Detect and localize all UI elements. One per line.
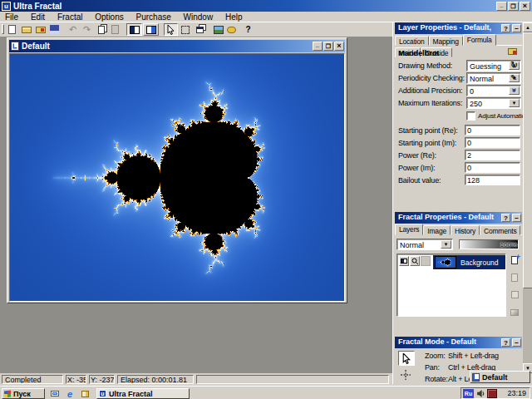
- task-icon: u: [99, 390, 106, 397]
- doc-minimize-button[interactable]: _: [313, 42, 323, 51]
- pan-icon: [400, 369, 411, 381]
- dock-scrollbar[interactable]: ▲ ▼: [523, 22, 532, 373]
- menu-help[interactable]: Help: [220, 12, 248, 22]
- app-icon: u: [2, 2, 11, 11]
- undo-button[interactable]: ↶: [66, 23, 80, 36]
- layer-preview-toggle[interactable]: [410, 256, 420, 266]
- toggle-fractal-windows-button[interactable]: [143, 23, 159, 36]
- quicklaunch-ie-button[interactable]: e: [63, 388, 76, 399]
- language-indicator[interactable]: Ru: [463, 389, 474, 398]
- layer-row-background[interactable]: Background: [433, 255, 505, 269]
- power-re-input[interactable]: 2: [465, 150, 520, 160]
- app-minimize-button[interactable]: _: [496, 2, 507, 11]
- tab-comments[interactable]: Comments: [480, 225, 521, 235]
- adjust-automatically-checkbox[interactable]: [466, 111, 475, 121]
- more-options-icon[interactable]: »: [510, 88, 519, 93]
- periodicity-value: Normal: [468, 74, 495, 84]
- volume-icon[interactable]: [476, 389, 485, 398]
- tab-layers[interactable]: Layers: [395, 224, 423, 235]
- app-titlebar[interactable]: u Ultra Fractal _ ❐ ×: [0, 0, 532, 12]
- switch-window-button[interactable]: [193, 23, 207, 36]
- blend-mode-value: Normal: [398, 240, 426, 250]
- max-iterations-dropdown-arrow[interactable]: ▼: [509, 99, 520, 107]
- toolbar-gripper[interactable]: [2, 24, 4, 34]
- doc-restore-button[interactable]: ❐: [323, 42, 333, 51]
- browse-formula-button[interactable]: [505, 46, 520, 57]
- start-button[interactable]: Пуск: [2, 388, 45, 399]
- layer-properties-help-button[interactable]: ?: [501, 24, 510, 32]
- tab-history[interactable]: History: [451, 225, 480, 235]
- starting-im-input[interactable]: 0: [465, 137, 520, 148]
- menu-options[interactable]: Options: [90, 12, 128, 22]
- fractal-properties-help-button[interactable]: ?: [501, 214, 510, 222]
- delete-layer-button[interactable]: [508, 288, 521, 301]
- image-button[interactable]: [211, 23, 225, 36]
- display-settings-icon[interactable]: [487, 389, 497, 398]
- pan-mode-button[interactable]: [400, 369, 413, 382]
- tab-mapping[interactable]: Mapping: [429, 36, 463, 46]
- layer-transparency-toggle[interactable]: [421, 256, 431, 266]
- duplicate-layer-icon: [511, 273, 518, 282]
- copy-button[interactable]: [94, 23, 108, 36]
- blend-mode-select[interactable]: Normal▼: [397, 239, 453, 250]
- fractal-mode-collapse-button[interactable]: −: [512, 338, 521, 347]
- menu-window[interactable]: Window: [179, 12, 219, 22]
- app-title: Ultra Fractal: [13, 2, 62, 11]
- quicklaunch-outlook-button[interactable]: [78, 388, 91, 399]
- save-button[interactable]: [47, 23, 62, 36]
- minimized-window-default[interactable]: Default: [470, 371, 530, 383]
- menu-edit[interactable]: Edit: [26, 12, 50, 22]
- layer-properties-collapse-button[interactable]: −: [512, 24, 521, 32]
- scroll-up-button[interactable]: ▲: [523, 22, 532, 32]
- selection-mode-button[interactable]: [178, 23, 192, 36]
- scrollbar-thumb[interactable]: [523, 32, 532, 288]
- merge-layer-button[interactable]: [508, 306, 521, 318]
- menu-file[interactable]: File: [0, 12, 23, 22]
- paste-button[interactable]: [108, 23, 122, 36]
- statusbar: Completed X: -35 Y: -237 Elapsed: 0:00:0…: [0, 373, 392, 386]
- comment-button[interactable]: [224, 23, 239, 36]
- layer-properties-titlebar[interactable]: Layer Properties - Default, Background ?…: [395, 22, 522, 34]
- opacity-slider[interactable]: 100%: [459, 239, 519, 249]
- doc-close-button[interactable]: ×: [334, 42, 344, 51]
- normal-mode-button[interactable]: [398, 351, 415, 366]
- browse-icon: [36, 27, 46, 33]
- menu-purchase[interactable]: Purchase: [131, 12, 176, 22]
- outlook-icon: [81, 391, 89, 397]
- layer-visibility-toggle[interactable]: [399, 256, 409, 266]
- tab-formula[interactable]: Formula: [463, 34, 496, 46]
- app-restore-button[interactable]: ❐: [508, 2, 519, 11]
- tab-location[interactable]: Location: [395, 36, 429, 46]
- help-button[interactable]: ?: [241, 23, 255, 36]
- fractal-canvas[interactable]: [10, 54, 344, 301]
- open-button[interactable]: [19, 23, 33, 36]
- duplicate-layer-button[interactable]: [508, 271, 521, 283]
- tab-image[interactable]: Image: [423, 225, 451, 235]
- menu-fractal[interactable]: Fractal: [52, 12, 88, 22]
- browse-button[interactable]: [33, 23, 47, 36]
- power-im-input[interactable]: 0: [465, 162, 520, 173]
- new-button[interactable]: [5, 23, 19, 36]
- visibility-icon: [401, 259, 407, 264]
- toolbar: ↶ ↷ ?: [0, 22, 392, 37]
- max-iterations-select[interactable]: 250▼: [466, 97, 521, 109]
- starting-re-input[interactable]: 0: [465, 125, 520, 135]
- select-mode-button[interactable]: [164, 23, 178, 36]
- redo-button[interactable]: ↷: [80, 23, 94, 36]
- bailout-input[interactable]: 128: [465, 175, 520, 185]
- toggle-tool-windows-button[interactable]: [126, 23, 142, 36]
- fractal-mode-titlebar[interactable]: Fractal Mode - Default ? −: [395, 337, 522, 348]
- redo-icon: ↷: [83, 24, 91, 35]
- blend-mode-dropdown-arrow[interactable]: ▼: [441, 240, 451, 249]
- add-layer-button[interactable]: +: [508, 254, 521, 266]
- app-close-button[interactable]: ×: [520, 2, 530, 11]
- rotate-shortcut-label: Rotate:: [425, 375, 448, 383]
- task-ultra-fractal[interactable]: u Ultra Fractal: [96, 388, 190, 399]
- edit-formula-icon[interactable]: ✎: [510, 73, 517, 82]
- fractal-properties-collapse-button[interactable]: −: [512, 214, 521, 222]
- fractal-properties-titlebar[interactable]: Fractal Properties - Default ? −: [395, 212, 522, 224]
- fractal-mode-help-button[interactable]: ?: [501, 338, 510, 347]
- quicklaunch-desktop-button[interactable]: [48, 388, 62, 399]
- fractal-window-titlebar[interactable]: Default _ ❐ ×: [9, 40, 345, 52]
- recalculate-icon[interactable]: ↻: [510, 60, 518, 71]
